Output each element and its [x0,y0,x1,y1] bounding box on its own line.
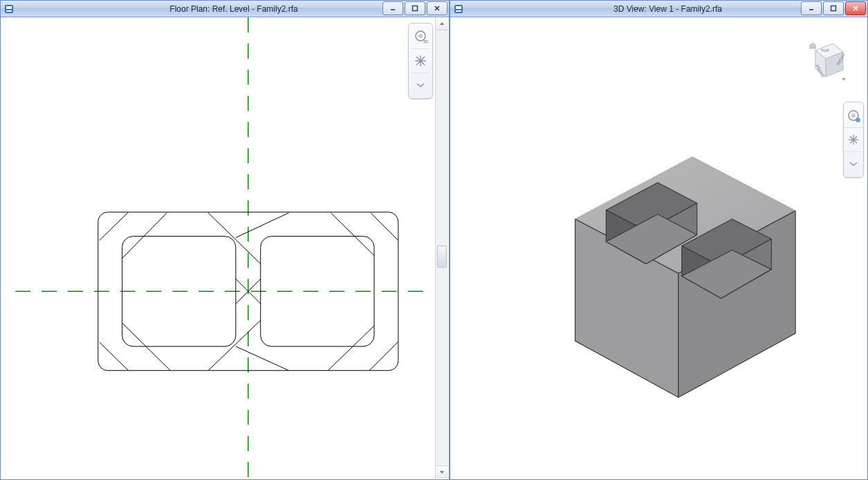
svg-line-19 [236,347,289,371]
close-button[interactable] [427,1,447,15]
svg-rect-41 [856,118,860,122]
scroll-up-icon[interactable] [436,17,448,30]
titlebar-left[interactable]: Floor Plan: Ref. Level - Family2.rfa [1,1,449,17]
window-3d-view: 3D View: View 1 - Family2.rfa [450,0,868,480]
svg-line-21 [369,342,398,371]
maximize-button[interactable] [823,1,844,15]
viewport-plan[interactable]: 2D [1,17,436,479]
svg-line-10 [100,212,129,241]
nav-palette-right [843,102,864,178]
app-icon [3,3,15,15]
steering-wheel-icon[interactable] [844,107,862,124]
viewport-3d[interactable]: TOP FRONT RIGHT [451,17,867,479]
steering-wheel-2d-icon[interactable]: 2D [412,28,430,46]
svg-line-18 [208,320,261,371]
svg-line-11 [122,213,167,259]
window-floor-plan: Floor Plan: Ref. Level - Family2.rfa [0,0,450,480]
app-icon [453,3,464,15]
svg-line-12 [208,213,261,264]
vertical-scrollbar[interactable] [435,17,448,479]
viewcube[interactable]: TOP FRONT RIGHT [802,37,850,85]
titlebar-right[interactable]: 3D View: View 1 - Family2.rfa [450,1,867,17]
svg-line-15 [371,213,398,241]
svg-rect-33 [456,9,461,10]
svg-point-25 [418,34,423,38]
pan-icon[interactable] [412,48,430,70]
window-buttons-right [801,1,866,15]
desktop: Floor Plan: Ref. Level - Family2.rfa [0,0,868,480]
pan-icon[interactable] [844,127,862,149]
svg-line-17 [122,323,171,371]
block-3d [451,17,867,479]
plan-drawing [1,17,436,479]
svg-line-14 [331,213,374,256]
close-button[interactable] [845,1,866,15]
svg-line-20 [328,326,374,371]
window-buttons-left [382,1,447,15]
chevron-down-icon[interactable] [412,73,430,94]
svg-rect-4 [413,6,418,11]
scroll-down-icon[interactable] [436,465,448,479]
svg-line-13 [236,213,289,238]
minimize-button[interactable] [801,1,822,15]
chevron-down-icon[interactable] [844,151,862,173]
svg-line-16 [100,342,129,371]
maximize-button[interactable] [405,1,425,15]
svg-point-40 [851,113,856,118]
scroll-thumb[interactable] [437,246,447,268]
nav-palette-left: 2D [408,23,433,99]
svg-rect-2 [6,9,12,10]
svg-rect-35 [831,6,836,11]
svg-text:TOP: TOP [821,48,829,53]
minimize-button[interactable] [382,1,403,15]
svg-text:2D: 2D [423,39,428,44]
